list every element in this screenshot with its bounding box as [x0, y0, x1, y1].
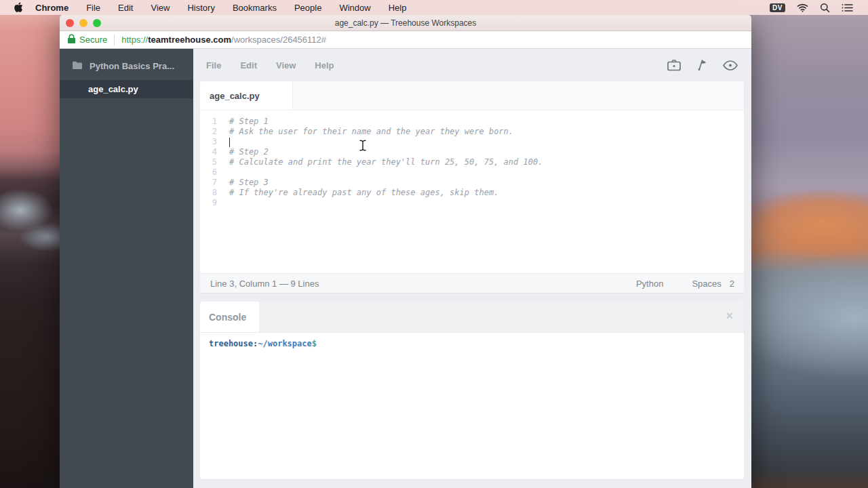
code-line: 4# Step 2: [200, 147, 744, 157]
code-line: 5# Calculate and print the year they'll …: [200, 157, 744, 167]
workspace-toolbar: File Edit View Help: [193, 49, 751, 81]
workspace-menu-edit[interactable]: Edit: [240, 60, 257, 70]
code-line: 2# Ask the user for their name and the y…: [200, 127, 744, 137]
sidebar-project-folder[interactable]: Python Basics Pra...: [60, 49, 193, 78]
mouse-ibeam-cursor: [359, 140, 367, 154]
language-mode[interactable]: Python: [636, 279, 663, 289]
url-path: /workspaces/26456112#: [231, 35, 326, 45]
secure-label[interactable]: Secure: [79, 35, 107, 45]
macos-menubar: Chrome File Edit View History Bookmarks …: [0, 0, 868, 15]
menubar-app-name[interactable]: Chrome: [35, 3, 68, 13]
urlbar-separator: [114, 35, 115, 45]
console-tab-row: Console ×: [200, 302, 744, 333]
workspace-menu-help[interactable]: Help: [315, 60, 334, 70]
menubar-item-edit[interactable]: Edit: [118, 3, 133, 13]
browser-window: age_calc.py — Treehouse Workspaces Secur…: [60, 15, 751, 488]
code-line: 7# Step 3: [200, 178, 744, 188]
window-title: age_calc.py — Treehouse Workspaces: [335, 18, 477, 28]
preview-eye-icon[interactable]: [723, 60, 738, 70]
minimize-window-button[interactable]: [79, 19, 87, 27]
prompt-user: treehouse: [209, 339, 253, 348]
indent-setting[interactable]: Spaces 2: [692, 279, 734, 289]
code-editor[interactable]: 1# Step 1 2# Ask the user for their name…: [200, 110, 744, 273]
workspace-menu-file[interactable]: File: [206, 60, 221, 70]
workspace-menu-view[interactable]: View: [276, 60, 296, 70]
code-line: 3: [200, 137, 744, 147]
menubar-item-help[interactable]: Help: [389, 3, 407, 13]
address-field[interactable]: https:// teamtreehouse.com /workspaces/2…: [121, 35, 326, 45]
fork-flag-icon[interactable]: [696, 59, 708, 71]
menubar-item-bookmarks[interactable]: Bookmarks: [233, 3, 277, 13]
snapshot-camera-icon[interactable]: [667, 60, 681, 71]
apple-menu-icon[interactable]: [14, 2, 23, 13]
editor-status-bar: Line 3, Column 1 — 9 Lines Python Spaces…: [200, 273, 744, 293]
lock-icon: [68, 34, 75, 45]
notification-center-icon[interactable]: [842, 3, 853, 12]
menubar-item-history[interactable]: History: [187, 3, 214, 13]
url-protocol: https://: [121, 35, 148, 45]
console-tab[interactable]: Console: [200, 302, 260, 332]
editor-panel: age_calc.py 1# Step 1 2# Ask the user fo…: [200, 81, 744, 293]
code-line: 1# Step 1: [200, 117, 744, 127]
zoom-window-button[interactable]: [93, 19, 101, 27]
sidebar-file-age-calc[interactable]: age_calc.py: [60, 80, 193, 98]
editor-tab-age-calc[interactable]: age_calc.py: [200, 81, 293, 110]
console-close-icon[interactable]: ×: [726, 310, 733, 322]
prompt-dollar: $: [312, 339, 317, 348]
cursor-position-status: Line 3, Column 1 — 9 Lines: [210, 279, 319, 289]
wifi-icon[interactable]: [797, 3, 808, 12]
dv-status-badge[interactable]: DV: [770, 3, 785, 12]
folder-icon: [73, 61, 83, 71]
close-window-button[interactable]: [66, 19, 74, 27]
text-caret: [229, 138, 230, 147]
menubar-item-file[interactable]: File: [86, 3, 100, 13]
menubar-item-view[interactable]: View: [151, 3, 170, 13]
url-domain: teamtreehouse.com: [148, 35, 231, 45]
console-panel: Console × treehouse:~/workspace$: [200, 302, 744, 479]
browser-urlbar[interactable]: Secure https:// teamtreehouse.com /works…: [60, 31, 751, 49]
code-line: 8# If they're already past any of these …: [200, 188, 744, 198]
window-titlebar[interactable]: age_calc.py — Treehouse Workspaces: [60, 15, 751, 31]
menubar-item-window[interactable]: Window: [339, 3, 370, 13]
file-tree-sidebar: Python Basics Pra... age_calc.py: [60, 49, 193, 488]
desktop-wallpaper-left: [0, 0, 61, 488]
terminal[interactable]: treehouse:~/workspace$: [200, 333, 744, 479]
editor-tab-row: age_calc.py: [200, 81, 744, 110]
menubar-item-people[interactable]: People: [294, 3, 321, 13]
spotlight-search-icon[interactable]: [820, 3, 830, 13]
project-name: Python Basics Pra...: [90, 61, 174, 71]
code-line: 6: [200, 167, 744, 178]
prompt-path: ~/workspace: [258, 339, 311, 348]
code-line: 9: [200, 198, 744, 208]
